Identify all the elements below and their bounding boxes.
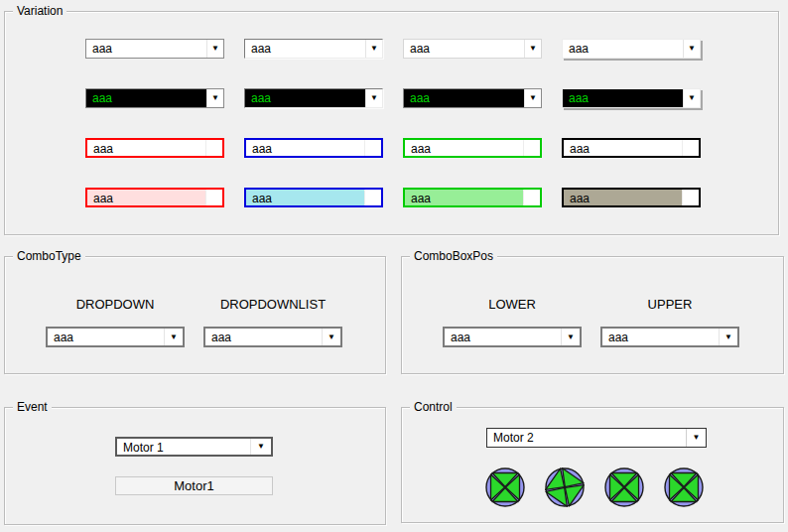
combo-variation-r2c2[interactable]: aaa ▼ <box>244 88 383 108</box>
label-upper: UPPER <box>600 297 739 312</box>
combo-variation-r4c1[interactable]: aaa <box>85 188 224 207</box>
combo-value: aaa <box>205 329 322 345</box>
combo-value: aaa <box>563 89 683 107</box>
dropdown-button[interactable]: ▼ <box>365 89 382 107</box>
dropdown-button[interactable] <box>205 190 222 205</box>
chevron-down-icon: ▼ <box>688 94 696 102</box>
combo-value: aaa <box>564 140 682 156</box>
combo-value: aaa <box>87 190 205 205</box>
combo-value: aaa <box>445 329 561 345</box>
chevron-down-icon: ▼ <box>328 333 335 341</box>
fan-icon <box>664 467 704 507</box>
dropdown-button[interactable] <box>205 140 222 156</box>
dropdown-button[interactable]: ▼ <box>524 40 541 58</box>
event-display-label: Motor1 <box>115 476 273 495</box>
dropdown-button[interactable]: ▼ <box>524 89 541 107</box>
chevron-down-icon: ▼ <box>370 94 378 102</box>
combo-variation-r3c2[interactable]: aaa <box>244 138 383 158</box>
combo-value: aaa <box>48 329 164 345</box>
group-combotype: ComboType DROPDOWN DROPDOWNLIST aaa ▼ aa… <box>4 256 386 374</box>
combo-variation-r3c1[interactable]: aaa <box>85 138 224 158</box>
dropdown-button[interactable]: ▼ <box>164 329 183 345</box>
combo-variation-r1c2[interactable]: aaa ▼ <box>244 39 383 59</box>
combo-value: aaa <box>405 190 523 205</box>
group-variation-title: Variation <box>13 4 66 18</box>
dropdown-button[interactable]: ▼ <box>250 439 271 455</box>
combo-variation-r2c1[interactable]: aaa ▼ <box>85 88 224 108</box>
combo-value: aaa <box>405 140 523 156</box>
chevron-down-icon: ▼ <box>370 45 378 53</box>
group-comboboxpos: ComboBoxPos LOWER UPPER aaa ▼ aaa ▼ <box>401 256 784 374</box>
combo-value: aaa <box>246 140 364 156</box>
combo-variation-r1c3[interactable]: aaa ▼ <box>403 39 542 59</box>
dropdown-button[interactable] <box>364 190 381 205</box>
dropdown-button[interactable] <box>523 140 540 156</box>
combo-value: Motor 1 <box>117 439 250 455</box>
combo-variation-r1c4[interactable]: aaa ▼ <box>562 39 701 59</box>
group-event: Event Motor 1 ▼ Motor1 <box>4 407 386 525</box>
label-dropdown: DROPDOWN <box>46 297 185 312</box>
fan-icon <box>485 467 525 507</box>
chevron-down-icon: ▼ <box>529 94 537 102</box>
dropdown-button[interactable]: ▼ <box>683 40 700 58</box>
dropdown-button[interactable]: ▼ <box>206 89 223 107</box>
combo-value: aaa <box>86 89 206 107</box>
combo-value: aaa <box>404 89 524 107</box>
combo-value: aaa <box>564 190 682 205</box>
dropdown-button[interactable]: ▼ <box>322 329 340 345</box>
label-dropdownlist: DROPDOWNLIST <box>203 297 342 312</box>
combo-dropdownlist[interactable]: aaa ▼ <box>203 327 342 347</box>
fan-icon <box>545 467 585 507</box>
group-control: Control Motor 2 ▼ <box>401 407 784 523</box>
window: Variation aaa ▼ aaa ▼ aaa ▼ aaa ▼ aaa ▼ … <box>0 0 788 532</box>
dropdown-button[interactable]: ▼ <box>365 40 382 58</box>
dropdown-button[interactable] <box>682 140 699 156</box>
combo-upper[interactable]: aaa ▼ <box>600 327 739 347</box>
group-event-title: Event <box>13 400 52 414</box>
label-lower: LOWER <box>443 297 582 312</box>
combo-variation-r4c2[interactable]: aaa <box>244 188 383 207</box>
chevron-down-icon: ▼ <box>211 45 219 53</box>
dropdown-button[interactable]: ▼ <box>206 40 223 58</box>
combo-value: aaa <box>245 40 365 58</box>
combo-value: aaa <box>404 40 524 58</box>
combo-variation-r4c4[interactable]: aaa <box>562 188 701 207</box>
dropdown-button[interactable] <box>682 190 699 205</box>
combo-variation-r2c4[interactable]: aaa ▼ <box>562 88 701 108</box>
combo-value: aaa <box>245 89 365 107</box>
chevron-down-icon: ▼ <box>688 45 696 53</box>
chevron-down-icon: ▼ <box>170 333 178 341</box>
combo-event-motor[interactable]: Motor 1 ▼ <box>115 437 273 457</box>
combo-variation-r1c1[interactable]: aaa ▼ <box>85 39 224 59</box>
fans-row <box>402 408 783 522</box>
chevron-down-icon: ▼ <box>529 45 537 53</box>
combo-variation-r3c3[interactable]: aaa <box>403 138 542 158</box>
group-comboboxpos-title: ComboBoxPos <box>410 249 497 263</box>
chevron-down-icon: ▼ <box>211 94 219 102</box>
combo-value: aaa <box>563 40 683 58</box>
chevron-down-icon: ▼ <box>257 443 265 451</box>
combo-value: aaa <box>87 140 205 156</box>
dropdown-button[interactable] <box>523 190 540 205</box>
dropdown-button[interactable] <box>364 140 381 156</box>
group-variation: Variation aaa ▼ aaa ▼ aaa ▼ aaa ▼ aaa ▼ … <box>4 11 779 235</box>
dropdown-button[interactable]: ▼ <box>683 89 700 107</box>
dropdown-button[interactable]: ▼ <box>719 329 737 345</box>
fan-icon <box>604 467 644 507</box>
combo-lower[interactable]: aaa ▼ <box>443 327 582 347</box>
combo-variation-r3c4[interactable]: aaa <box>562 138 701 158</box>
combo-variation-r4c3[interactable]: aaa <box>403 188 542 207</box>
combo-dropdown[interactable]: aaa ▼ <box>46 327 185 347</box>
combo-value: aaa <box>602 329 719 345</box>
dropdown-button[interactable]: ▼ <box>561 329 580 345</box>
combo-value: aaa <box>86 40 206 58</box>
chevron-down-icon: ▼ <box>567 333 575 341</box>
group-combotype-title: ComboType <box>13 249 85 263</box>
chevron-down-icon: ▼ <box>724 333 732 341</box>
combo-value: aaa <box>246 190 364 205</box>
combo-variation-r2c3[interactable]: aaa ▼ <box>403 88 542 108</box>
